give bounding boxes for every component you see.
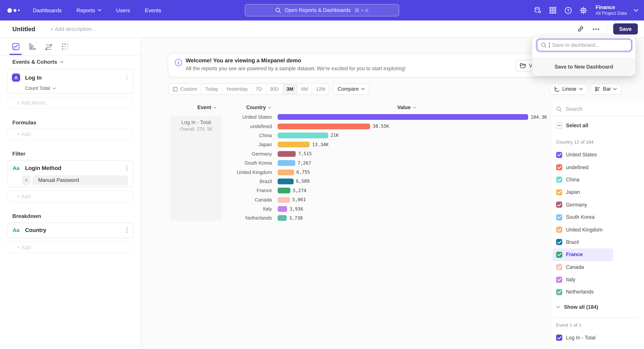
time-range-30d[interactable]: 30D: [266, 84, 283, 94]
bar-china[interactable]: [278, 133, 328, 138]
apps-grid-icon[interactable]: [549, 6, 557, 14]
segment-search-input[interactable]: Search: [551, 103, 644, 116]
checkbox-brazil[interactable]: [556, 239, 562, 245]
mixpanel-logo-icon[interactable]: [8, 8, 20, 12]
filter-property-name[interactable]: Login Method: [25, 165, 62, 171]
checkbox-japan[interactable]: [556, 189, 562, 195]
breakdown-card[interactable]: Aa Country: [8, 222, 134, 238]
checkbox-china[interactable]: [556, 177, 562, 183]
checkbox-log-in-total[interactable]: [556, 335, 562, 341]
checkbox-south-korea[interactable]: [556, 214, 562, 220]
nav-item-reports[interactable]: Reports: [76, 7, 101, 13]
bar-canada[interactable]: [278, 197, 290, 203]
bar-brazil[interactable]: [278, 179, 294, 184]
nav-item-users[interactable]: Users: [116, 7, 130, 13]
country-item-south-korea[interactable]: South Korea: [551, 211, 644, 223]
country-item-italy[interactable]: Italy: [551, 273, 644, 286]
nav-item-events[interactable]: Events: [145, 7, 161, 13]
settings-gear-icon[interactable]: [579, 6, 588, 14]
metric-event-name[interactable]: Log In: [25, 74, 42, 81]
value-column-header[interactable]: Value: [397, 105, 416, 110]
bar-japan[interactable]: [278, 142, 310, 147]
show-all-button[interactable]: Show all (184): [556, 301, 644, 313]
time-range-label: Custom: [180, 86, 197, 92]
tab-retention[interactable]: [60, 41, 70, 52]
data-management-icon[interactable]: [534, 6, 542, 14]
help-icon[interactable]: ?: [564, 6, 572, 14]
add-description-button[interactable]: + Add description...: [50, 26, 96, 32]
checkbox-canada[interactable]: [556, 264, 562, 270]
add-metric-button[interactable]: + Add Metric: [8, 97, 134, 109]
checkbox-united-states[interactable]: [556, 152, 562, 158]
bar-undefined[interactable]: [278, 123, 370, 129]
chart-type-dropdown[interactable]: Bar: [590, 83, 622, 95]
bar-united-states[interactable]: [278, 114, 528, 120]
checkbox-germany[interactable]: [556, 202, 562, 208]
report-title[interactable]: Untitled: [12, 25, 35, 32]
compare-button[interactable]: Compare: [333, 83, 370, 95]
country-item-netherlands[interactable]: Netherlands: [551, 286, 644, 298]
country-item-germany[interactable]: Germany: [551, 198, 644, 211]
country-item-undefined[interactable]: undefined: [551, 161, 644, 173]
breakdown-property-name[interactable]: Country: [25, 227, 46, 233]
country-section-label: Country 12 of 184: [556, 140, 644, 145]
country-item-japan[interactable]: Japan: [551, 186, 644, 198]
column-header-text: Value: [397, 105, 411, 110]
kebab-menu-icon[interactable]: [126, 165, 128, 171]
event-item-log-in-total[interactable]: Log In - Total: [551, 332, 644, 344]
time-range-yesterday[interactable]: Yesterday: [222, 84, 252, 94]
add-formula-button[interactable]: + Add: [8, 128, 134, 140]
checkbox-netherlands[interactable]: [556, 289, 562, 295]
events-cohorts-section-label[interactable]: Events & Cohorts: [12, 59, 64, 65]
filter-value-input[interactable]: Manual Password: [32, 175, 128, 185]
nav-item-dashboards[interactable]: Dashboards: [33, 7, 62, 13]
chevron-down-icon[interactable]: [634, 9, 638, 12]
copy-link-icon[interactable]: [576, 24, 585, 33]
save-to-dashboard-search-input[interactable]: Save to dashboard...: [537, 39, 632, 51]
tab-insights[interactable]: [10, 41, 21, 52]
tab-funnels[interactable]: [27, 41, 38, 52]
time-range-7d[interactable]: 7D: [252, 84, 266, 94]
event-column-header[interactable]: Event: [198, 105, 217, 110]
select-all-checkbox[interactable]: [556, 122, 562, 129]
bar-south-korea[interactable]: [278, 160, 295, 166]
tab-flows[interactable]: [43, 41, 54, 52]
time-range-6m[interactable]: 6M: [298, 84, 312, 94]
bar-netherlands[interactable]: [278, 215, 287, 221]
checkbox-united-kingdom[interactable]: [556, 227, 562, 233]
time-range-today[interactable]: Today: [202, 84, 222, 94]
metric-card[interactable]: A Log In Count Total: [8, 69, 134, 93]
country-item-china[interactable]: China: [551, 173, 644, 186]
time-range-3m[interactable]: 3M: [283, 84, 298, 94]
chart-scale-dropdown[interactable]: Linear: [550, 83, 587, 95]
save-button[interactable]: Save: [613, 23, 638, 34]
checkbox-undefined[interactable]: [556, 164, 562, 170]
country-item-france[interactable]: France: [552, 248, 613, 261]
save-to-new-dashboard-button[interactable]: Save to New Dashboard: [532, 58, 636, 75]
bar-france[interactable]: [278, 188, 290, 193]
checkbox-italy[interactable]: [556, 277, 562, 283]
bar-germany[interactable]: [278, 151, 296, 157]
select-all-row[interactable]: Select all: [556, 121, 644, 130]
country-item-brazil[interactable]: Brazil: [551, 236, 644, 248]
add-filter-button[interactable]: + Add: [8, 190, 134, 202]
bar-united-kingdom[interactable]: [278, 169, 294, 175]
metric-aggregation-dropdown[interactable]: Count Total: [25, 85, 133, 91]
checkbox-france[interactable]: [556, 252, 562, 258]
project-switcher[interactable]: Finance All Project Data: [596, 4, 627, 16]
add-breakdown-button[interactable]: + Add: [8, 241, 134, 253]
kebab-menu-icon[interactable]: [126, 227, 128, 233]
country-item-canada[interactable]: Canada: [551, 261, 644, 273]
section-label-text: Filter: [12, 151, 25, 157]
filter-card[interactable]: Aa Login Method = Manual Password: [8, 160, 134, 187]
filter-operator-dropdown[interactable]: =: [22, 175, 31, 185]
country-column-header[interactable]: Country: [246, 105, 271, 110]
more-options-icon[interactable]: [591, 24, 600, 33]
global-search-button[interactable]: Open Reports & Dashboards ⌘ + K: [245, 4, 399, 16]
country-item-united-kingdom[interactable]: United Kingdom: [551, 223, 644, 236]
country-item-united-states[interactable]: United States: [551, 149, 644, 161]
kebab-menu-icon[interactable]: [126, 74, 128, 81]
bar-italy[interactable]: [278, 206, 287, 212]
time-range-12m[interactable]: 12M: [312, 84, 329, 94]
time-range-custom[interactable]: Custom: [169, 84, 202, 94]
